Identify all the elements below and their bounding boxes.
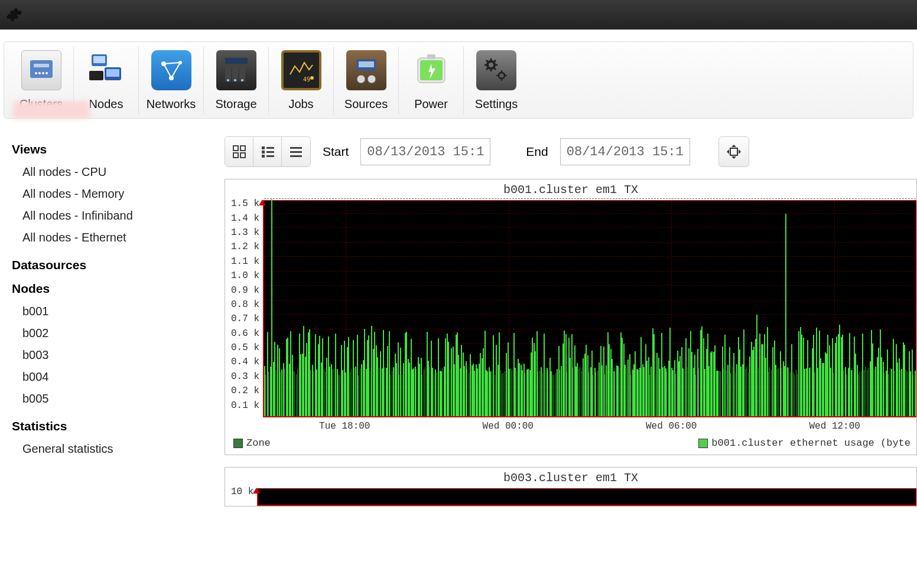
svg-rect-54 <box>290 151 302 153</box>
x-tick: Wed 00:00 <box>427 421 590 432</box>
svg-rect-10 <box>89 71 103 80</box>
y-tick: 1.0 k <box>231 269 259 283</box>
y-axis-arrow-icon <box>259 200 266 205</box>
view-mode-group <box>225 136 311 167</box>
list-icon <box>290 145 303 158</box>
y-tick: 1.2 k <box>231 240 259 254</box>
svg-point-24 <box>357 75 365 83</box>
tool-storage[interactable]: Storage <box>204 47 269 115</box>
svg-point-19 <box>234 79 236 81</box>
detail-list-icon <box>261 145 274 158</box>
sidebar-item-node-b002[interactable]: b002 <box>12 322 213 344</box>
sidebar-item-node-b003[interactable]: b003 <box>12 344 213 366</box>
y-tick: 0.4 k <box>231 355 259 369</box>
y-tick: 0.7 k <box>231 312 259 326</box>
tool-label: Nodes <box>89 97 123 111</box>
svg-point-25 <box>368 75 376 83</box>
svg-text:49: 49 <box>303 76 310 83</box>
fit-icon <box>726 143 742 160</box>
chart-y-axis: 1.5 k 1.4 k 1.3 k 1.2 k 1.1 k 1.0 k 0.9 … <box>225 197 263 413</box>
list-view-button[interactable] <box>282 137 310 166</box>
svg-point-3 <box>38 72 41 74</box>
tool-settings[interactable]: Settings <box>464 47 529 115</box>
gear-icon[interactable] <box>6 6 22 23</box>
chart-y-axis: 10 k <box>225 485 257 499</box>
nodes-icon <box>86 50 126 90</box>
svg-line-34 <box>486 60 488 62</box>
svg-rect-0 <box>30 60 53 78</box>
legend-zone: Zone <box>233 437 271 449</box>
x-tick: Wed 12:00 <box>753 421 916 432</box>
svg-rect-53 <box>290 147 302 149</box>
storage-icon <box>216 50 256 90</box>
sidebar-item-view-infiniband[interactable]: All nodes - Infiniband <box>12 205 213 227</box>
sidebar-item-node-b001[interactable]: b001 <box>12 300 213 322</box>
svg-rect-48 <box>266 147 274 149</box>
y-axis-arrow-icon <box>253 488 260 494</box>
end-label: End <box>526 145 548 159</box>
svg-rect-43 <box>233 146 238 151</box>
end-datetime-input[interactable] <box>560 138 690 165</box>
chart-plot-area[interactable] <box>263 200 916 417</box>
svg-rect-55 <box>290 155 302 157</box>
tool-label: Power <box>414 97 448 111</box>
sidebar-item-view-ethernet[interactable]: All nodes - Ethernet <box>12 227 213 249</box>
sidebar-item-general-statistics[interactable]: General statistics <box>12 438 213 460</box>
tool-label: Storage <box>215 97 256 111</box>
y-tick: 1.1 k <box>231 254 259 269</box>
networks-icon <box>151 50 191 90</box>
start-datetime-input[interactable] <box>360 138 490 165</box>
svg-rect-56 <box>730 148 737 155</box>
fit-range-button[interactable] <box>718 136 749 167</box>
svg-point-18 <box>227 79 229 81</box>
y-tick: 0.9 k <box>231 283 259 297</box>
svg-point-2 <box>35 72 37 74</box>
y-tick: 0.2 k <box>231 384 259 398</box>
svg-rect-7 <box>93 56 105 63</box>
settings-icon <box>476 50 516 90</box>
x-tick: Tue 18:00 <box>263 421 426 432</box>
clusters-icon <box>21 50 61 90</box>
heading-statistics: Statistics <box>12 419 213 433</box>
sidebar: Views All nodes - CPU All nodes - Memory… <box>0 119 225 518</box>
sidebar-item-view-memory[interactable]: All nodes - Memory <box>12 183 213 205</box>
legend-swatch-icon <box>698 439 708 448</box>
tool-networks[interactable]: Networks <box>139 47 204 115</box>
chart-panel-b003: b003.cluster em1 TX 10 k <box>225 467 917 507</box>
svg-rect-52 <box>266 155 274 157</box>
app-topbar <box>0 0 917 30</box>
svg-line-36 <box>486 68 488 70</box>
y-tick: 0.6 k <box>231 326 259 341</box>
detail-list-view-button[interactable] <box>253 137 282 166</box>
grid-view-button[interactable] <box>225 137 253 166</box>
svg-rect-46 <box>240 153 245 158</box>
svg-line-37 <box>494 60 496 62</box>
chart-legend: Zone b001.cluster ethernet usage (byte <box>225 432 916 455</box>
sidebar-item-node-b005[interactable]: b005 <box>12 388 213 410</box>
svg-rect-44 <box>240 146 245 151</box>
power-icon <box>411 50 451 90</box>
tool-power[interactable]: Power <box>399 47 464 115</box>
svg-rect-28 <box>427 54 435 59</box>
y-tick: 10 k <box>231 485 253 499</box>
controls-row: Start End <box>225 136 917 167</box>
heading-views: Views <box>12 142 213 156</box>
svg-rect-49 <box>262 151 265 153</box>
sidebar-item-node-b004[interactable]: b004 <box>12 366 213 388</box>
chart-x-axis: Tue 18:00 Wed 00:00 Wed 06:00 Wed 12:00 <box>263 417 916 432</box>
y-tick: 0.8 k <box>231 298 259 312</box>
sidebar-item-view-cpu[interactable]: All nodes - CPU <box>12 161 213 183</box>
tool-label: Networks <box>147 97 196 111</box>
tool-jobs[interactable]: 49 Jobs <box>269 47 334 115</box>
tool-sources[interactable]: Sources <box>334 47 399 115</box>
sources-icon <box>346 50 386 90</box>
y-tick: 0.3 k <box>231 370 259 384</box>
chart-plot-area[interactable] <box>257 488 916 506</box>
svg-line-35 <box>494 68 496 70</box>
svg-rect-9 <box>106 69 119 77</box>
heading-datasources[interactable]: Datasources <box>12 258 213 272</box>
svg-rect-14 <box>225 58 248 64</box>
tool-label: Sources <box>344 97 388 111</box>
grid-icon <box>233 145 246 158</box>
y-tick: 0.1 k <box>231 398 259 412</box>
